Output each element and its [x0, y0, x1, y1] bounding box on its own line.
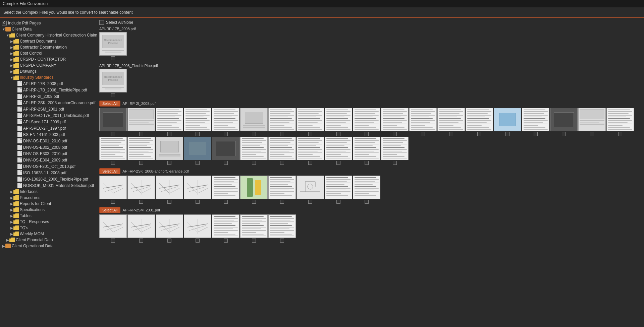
thumb-checkbox[interactable] — [252, 132, 256, 136]
thumb-checkbox[interactable] — [224, 239, 228, 243]
thumb-checkbox[interactable] — [139, 200, 143, 204]
thumb-checkbox[interactable] — [365, 161, 369, 165]
thumb-checkbox[interactable] — [111, 56, 115, 60]
select-all-none-checkbox[interactable] — [99, 20, 104, 25]
tree-item-api-rp-17b-flex[interactable]: API-RP-17B_2008_FlexiblePipe.pdf — [1, 87, 96, 93]
thumb-checkbox[interactable] — [280, 200, 284, 204]
thumb-checkbox[interactable] — [505, 132, 509, 136]
tree-item-api-spec-2f[interactable]: API-SPEC-2F_1997.pdf — [1, 125, 96, 131]
thumb-checkbox[interactable] — [590, 132, 594, 136]
select-all-button[interactable]: Select All — [99, 101, 120, 107]
thumb-checkbox[interactable] — [252, 200, 256, 204]
thumb-checkbox[interactable] — [167, 200, 171, 204]
thumb-checkbox[interactable] — [111, 200, 115, 204]
file-name-label: API-RP-2SM_2001.pdf — [122, 208, 160, 212]
thumb-checkbox[interactable] — [111, 93, 115, 97]
tree-item-dnv-os-f201[interactable]: DNV-OS-F201_Oct_2010.pdf — [1, 163, 96, 170]
thumb-checkbox[interactable] — [111, 239, 115, 243]
tree-item-reports-client[interactable]: ▶Reports for Client — [1, 201, 96, 207]
file-name-label: API-RP-2SK_2008-anchorClearance.pdf — [122, 169, 189, 173]
tree-item-norsok-m001[interactable]: NORSOK_M-001 Material Selection.pdf — [1, 182, 96, 189]
thumb-checkbox[interactable] — [224, 132, 228, 136]
tree-item-api-spec-17e[interactable]: API-SPEC-17E_2011_Umbilicals.pdf — [1, 112, 96, 119]
thumb-checkbox[interactable] — [280, 239, 284, 243]
thumb-checkbox[interactable] — [139, 161, 143, 165]
tree-item-contract-docs[interactable]: ▶Contract Documents — [1, 38, 96, 44]
thumb-checkbox[interactable] — [196, 132, 200, 136]
thumb-checkbox[interactable] — [111, 132, 115, 136]
thumb-checkbox[interactable] — [139, 132, 143, 136]
thumb-checkbox[interactable] — [477, 132, 481, 136]
thumb-checkbox[interactable] — [336, 132, 340, 136]
select-all-button[interactable]: Select All — [99, 207, 120, 213]
thumb-checkbox[interactable] — [393, 132, 397, 136]
tree-item-interfaces[interactable]: ▶Interfaces — [1, 189, 96, 195]
tree-item-procedures[interactable]: ▶Procedures — [1, 195, 96, 201]
thumb-checkbox[interactable] — [196, 200, 200, 204]
thumb-checkbox[interactable] — [139, 239, 143, 243]
tree-item-api-spec-17j[interactable]: API-Spec-17J_2009.pdf — [1, 119, 96, 125]
thumb-checkbox[interactable] — [308, 161, 312, 165]
thumb-checkbox[interactable] — [336, 200, 340, 204]
tree-item-client-company[interactable]: ▼Client Company Historical Construction … — [1, 32, 96, 38]
thumb-checkbox[interactable] — [308, 132, 312, 136]
tree-item-client-data[interactable]: ▼Client Data — [1, 26, 96, 32]
thumb-checkbox[interactable] — [167, 132, 171, 136]
tree-item-iso-13628-2[interactable]: ISO-13628-2_2006_FlexiblePipe.pdf — [1, 176, 96, 182]
thumb-image — [240, 137, 268, 160]
thumb-checkbox[interactable] — [393, 161, 397, 165]
tree-item-crspd-contractor[interactable]: ▶CRSPD - CONTRACTOR — [1, 56, 96, 62]
thumb-checkbox[interactable] — [365, 200, 369, 204]
tree-item-specifications[interactable]: ▶Specifications — [1, 207, 96, 213]
tree-item-tq-responses[interactable]: ▶TQ - Responses — [1, 219, 96, 225]
tree-item-crspd-company[interactable]: ▶CRSPD- COMPANY — [1, 62, 96, 68]
thumb-checkbox[interactable] — [280, 132, 284, 136]
tree-item-dnv-os-e304[interactable]: DNV-OS-E304_2009.pdf — [1, 157, 96, 163]
include-pdf-row[interactable]: ✓ Include Pdf Pages — [1, 20, 96, 26]
tree-item-dnv-os-e303[interactable]: DNV-OS-E303_2010.pdf — [1, 150, 96, 157]
tree-item-weekly-mom[interactable]: ▶Weekly MOM — [1, 231, 96, 237]
tree-item-api-rp-17b[interactable]: API-RP-17B_2008.pdf — [1, 80, 96, 87]
tree-item-api-rp-2i[interactable]: API-RP-2I_2008.pdf — [1, 93, 96, 100]
thumb-checkbox[interactable] — [618, 132, 622, 136]
thumb-checkbox[interactable] — [196, 239, 200, 243]
tree-item-contractor-doc[interactable]: ▶Contractor Documentation — [1, 44, 96, 50]
thumb-checkbox[interactable] — [449, 132, 453, 136]
thumb-checkbox[interactable] — [252, 239, 256, 243]
tree-item-bs-en-14161[interactable]: BS-EN-14161-2003.pdf — [1, 131, 96, 138]
svg-line-13 — [169, 188, 179, 193]
tree-item-dnv-os-e302[interactable]: DNV-OS-E302_2008.pdf — [1, 144, 96, 150]
tree-item-tqs[interactable]: ▶TQ's — [1, 225, 96, 231]
thumb-checkbox[interactable] — [365, 132, 369, 136]
tree-item-client-financial[interactable]: ▶Client Financial Data — [1, 237, 96, 243]
tree-item-cost-control[interactable]: ▶Cost Control — [1, 50, 96, 56]
thumb-grid — [99, 214, 642, 243]
thumb-checkbox[interactable] — [308, 200, 312, 204]
tree-item-tables[interactable]: ▶Tables — [1, 213, 96, 219]
thumb-item — [99, 176, 127, 204]
thumb-checkbox[interactable] — [167, 161, 171, 165]
tree-item-client-operational[interactable]: ▶Client Operational Data — [1, 243, 96, 249]
thumb-checkbox[interactable] — [224, 200, 228, 204]
select-all-button[interactable]: Select All — [99, 168, 120, 174]
tree-item-iso-13628-11[interactable]: ISO-13628-11_2008.pdf — [1, 170, 96, 176]
thumb-checkbox[interactable] — [167, 239, 171, 243]
thumb-checkbox[interactable] — [224, 161, 228, 165]
thumb-item — [99, 214, 127, 243]
thumb-checkbox[interactable] — [421, 132, 425, 136]
tree-item-drawings[interactable]: ▶Drawings — [1, 68, 96, 74]
thumb-checkbox[interactable] — [252, 161, 256, 165]
thumb-checkbox[interactable] — [196, 161, 200, 165]
thumb-checkbox[interactable] — [562, 132, 566, 136]
tree-item-api-rp-25m[interactable]: API-RP-2SM_2001.pdf — [1, 106, 96, 112]
thumb-checkbox[interactable] — [111, 161, 115, 165]
thumb-checkbox[interactable] — [534, 132, 538, 136]
thumb-checkbox[interactable] — [280, 161, 284, 165]
tree-item-dnv-os-e301[interactable]: DNV-OS-E301_2010.pdf — [1, 138, 96, 144]
thumb-checkbox[interactable] — [336, 161, 340, 165]
include-pdf-checkbox[interactable]: ✓ — [2, 21, 7, 25]
thumb-image — [184, 108, 211, 131]
tree-item-api-rp-25k[interactable]: API-RP-2SK_2008-anchorClearance.pdf — [1, 100, 96, 106]
right-panel[interactable]: Select All/None API-RP-17B_2008.pdf Reco… — [97, 18, 644, 327]
tree-item-industry-standards[interactable]: ▼Industry Standards — [1, 74, 96, 80]
